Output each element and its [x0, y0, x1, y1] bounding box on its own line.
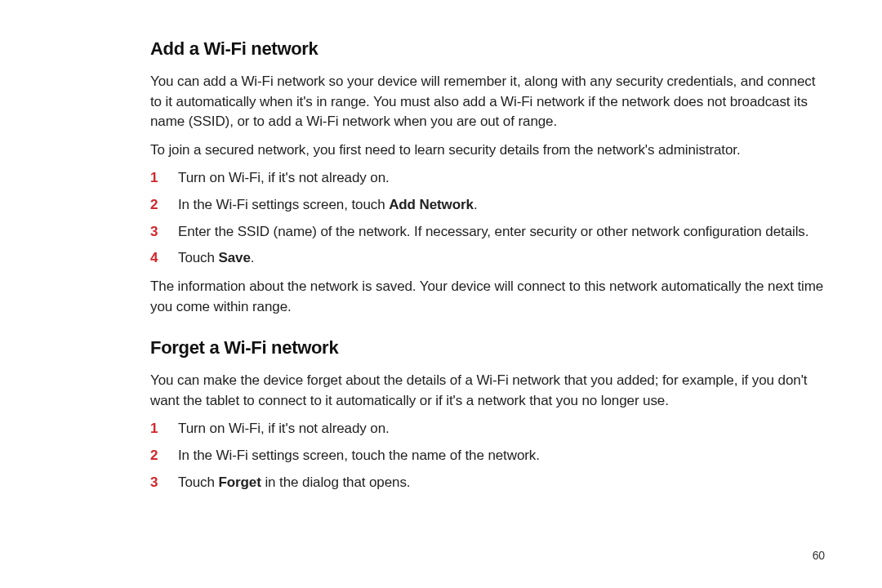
ui-label-forget: Forget [219, 474, 261, 490]
heading-add-wifi: Add a Wi-Fi network [150, 36, 826, 62]
step-text: Touch Save. [178, 248, 826, 269]
step-text: In the Wi-Fi settings screen, touch Add … [178, 195, 826, 216]
step-number: 1 [150, 419, 178, 439]
list-item: 4 Touch Save. [150, 248, 826, 269]
add-intro-paragraph: You can add a Wi-Fi network so your devi… [150, 72, 826, 132]
step-number: 3 [150, 222, 178, 243]
list-item: 3 Enter the SSID (name) of the network. … [150, 222, 826, 243]
ui-label-add-network: Add Network [389, 197, 474, 212]
list-item: 1 Turn on Wi-Fi, if it's not already on. [150, 168, 826, 189]
list-item: 3 Touch Forget in the dialog that opens. [150, 473, 826, 493]
list-item: 1 Turn on Wi-Fi, if it's not already on. [150, 419, 826, 439]
list-item: 2 In the Wi-Fi settings screen, touch Ad… [150, 195, 826, 216]
step-number: 2 [150, 446, 178, 466]
add-secured-note: To join a secured network, you first nee… [150, 140, 826, 161]
step-text-pre: In the Wi-Fi settings screen, touch [178, 197, 389, 212]
step-text-pre: Touch [178, 474, 219, 490]
step-text-post: . [474, 197, 478, 212]
add-steps-list: 1 Turn on Wi-Fi, if it's not already on.… [150, 168, 826, 269]
heading-forget-wifi: Forget a Wi-Fi network [150, 335, 826, 361]
page-number: 60 [813, 547, 825, 564]
step-text: Enter the SSID (name) of the network. If… [178, 222, 826, 243]
step-number: 2 [150, 195, 178, 216]
forget-intro-paragraph: You can make the device forget about the… [150, 371, 826, 411]
manual-page: Add a Wi-Fi network You can add a Wi-Fi … [0, 0, 882, 588]
step-text-post: in the dialog that opens. [261, 474, 411, 490]
step-text: Touch Forget in the dialog that opens. [178, 473, 826, 493]
step-text: In the Wi-Fi settings screen, touch the … [178, 446, 826, 466]
step-text-post: . [251, 250, 255, 265]
step-text-pre: Touch [178, 250, 219, 265]
step-number: 1 [150, 168, 178, 189]
ui-label-save: Save [219, 250, 251, 265]
step-text: Turn on Wi-Fi, if it's not already on. [178, 419, 826, 439]
add-outro-paragraph: The information about the network is sav… [150, 277, 826, 317]
step-text: Turn on Wi-Fi, if it's not already on. [178, 168, 826, 189]
list-item: 2 In the Wi-Fi settings screen, touch th… [150, 446, 826, 466]
forget-steps-list: 1 Turn on Wi-Fi, if it's not already on.… [150, 419, 826, 492]
step-number: 3 [150, 473, 178, 493]
step-number: 4 [150, 248, 178, 269]
